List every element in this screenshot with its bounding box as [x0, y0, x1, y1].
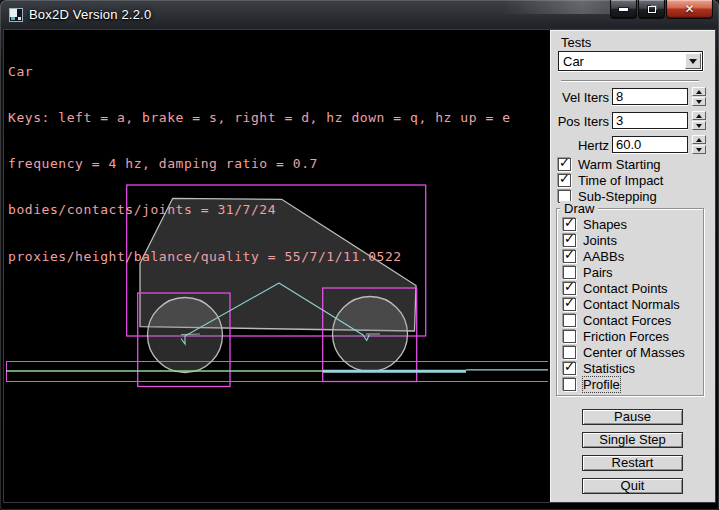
- close-icon: ✕: [684, 3, 694, 15]
- gl-viewport[interactable]: Car Keys: left = a, brake = s, right = d…: [4, 30, 550, 502]
- app-icon[interactable]: [9, 8, 23, 22]
- checkbox-icon: ✓: [563, 218, 576, 231]
- maximize-button[interactable]: [638, 0, 665, 19]
- debug-line-counts: bodies/contacts/joints = 31/7/24: [8, 202, 511, 217]
- arrow-down-icon: [696, 124, 702, 128]
- arrow-up-icon: [696, 114, 702, 118]
- checkbox-friction-forces[interactable]: Friction Forces: [563, 329, 669, 343]
- vel-iters-spinner: [692, 87, 706, 106]
- vel-iters-input[interactable]: [612, 88, 688, 105]
- checkbox-profile[interactable]: Profile: [563, 377, 620, 391]
- spinner-down-button[interactable]: [692, 97, 706, 106]
- tests-dropdown[interactable]: Car: [558, 51, 703, 71]
- checkbox-aabbs[interactable]: ✓ AABBs: [563, 249, 624, 263]
- checkbox-icon: [563, 346, 576, 359]
- arrow-down-icon: [696, 100, 702, 104]
- arrow-down-icon: [696, 148, 702, 152]
- hertz-input[interactable]: [612, 136, 688, 153]
- pos-iters-label: Pos Iters: [551, 114, 609, 129]
- minimize-icon: [619, 8, 628, 11]
- checkbox-statistics[interactable]: ✓ Statistics: [563, 361, 635, 375]
- tests-dropdown-value: Car: [559, 54, 685, 69]
- checkbox-joints[interactable]: ✓ Joints: [563, 233, 617, 247]
- separator: [561, 80, 699, 82]
- title-bar[interactable]: Box2D Version 2.2.0 ✕: [0, 0, 719, 30]
- pos-iters-input[interactable]: [612, 112, 688, 129]
- spinner-down-button[interactable]: [692, 145, 706, 154]
- checkbox-icon: [563, 266, 576, 279]
- vel-iters-label: Vel Iters: [551, 90, 609, 105]
- pause-button[interactable]: Pause: [582, 409, 683, 425]
- debug-line-keys: Keys: left = a, brake = s, right = d, hz…: [8, 110, 511, 125]
- app-window: Box2D Version 2.2.0 ✕: [0, 0, 719, 510]
- single-step-button[interactable]: Single Step: [582, 432, 683, 448]
- spinner-up-button[interactable]: [692, 135, 706, 144]
- quit-button[interactable]: Quit: [582, 478, 683, 494]
- dropdown-arrow-button[interactable]: [685, 53, 701, 69]
- debug-text-overlay: Car Keys: left = a, brake = s, right = d…: [8, 33, 511, 295]
- debug-line-frequency: frequency = 4 hz, damping ratio = 0.7: [8, 156, 511, 171]
- pos-iters-spinner: [692, 111, 706, 130]
- checkbox-time-of-impact[interactable]: ✓ Time of Impact: [558, 173, 663, 187]
- spinner-down-button[interactable]: [692, 121, 706, 130]
- checkbox-warm-starting[interactable]: ✓ Warm Starting: [558, 157, 661, 171]
- debug-line-quality: proxies/height/balance/quality = 55/7/1/…: [8, 249, 511, 264]
- checkbox-icon: ✓: [558, 174, 571, 187]
- draw-group-label: Draw: [560, 201, 598, 216]
- checkbox-icon: ✓: [563, 298, 576, 311]
- checkbox-pairs[interactable]: Pairs: [563, 265, 613, 279]
- restore-icon: [648, 6, 656, 13]
- control-panel: Tests Car Vel Iters Pos Iters Hert: [550, 30, 715, 502]
- checkbox-center-of-masses[interactable]: Center of Masses: [563, 345, 685, 359]
- close-button[interactable]: ✕: [666, 0, 713, 19]
- checkbox-icon: [563, 314, 576, 327]
- checkbox-contact-forces[interactable]: Contact Forces: [563, 313, 671, 327]
- hertz-spinner: [692, 135, 706, 154]
- checkbox-contact-points[interactable]: ✓ Contact Points: [563, 281, 668, 295]
- spinner-up-button[interactable]: [692, 111, 706, 120]
- arrow-up-icon: [696, 90, 702, 94]
- checkbox-icon: [563, 378, 576, 391]
- checkbox-icon: ✓: [558, 158, 571, 171]
- checkbox-contact-normals[interactable]: ✓ Contact Normals: [563, 297, 680, 311]
- checkbox-icon: ✓: [563, 250, 576, 263]
- tests-label: Tests: [561, 35, 591, 50]
- hertz-label: Hertz: [551, 138, 609, 153]
- debug-line-title: Car: [8, 64, 511, 79]
- checkbox-icon: ✓: [563, 282, 576, 295]
- minimize-button[interactable]: [610, 0, 637, 19]
- wheel-axis-left: [181, 334, 200, 335]
- spinner-up-button[interactable]: [692, 87, 706, 96]
- checkbox-icon: ✓: [563, 362, 576, 375]
- checkbox-icon: [563, 330, 576, 343]
- chevron-down-icon: [689, 59, 697, 64]
- checkbox-icon: ✓: [563, 234, 576, 247]
- arrow-up-icon: [696, 138, 702, 142]
- restart-button[interactable]: Restart: [582, 455, 683, 471]
- window-title: Box2D Version 2.2.0: [29, 7, 151, 22]
- checkbox-shapes[interactable]: ✓ Shapes: [563, 217, 627, 231]
